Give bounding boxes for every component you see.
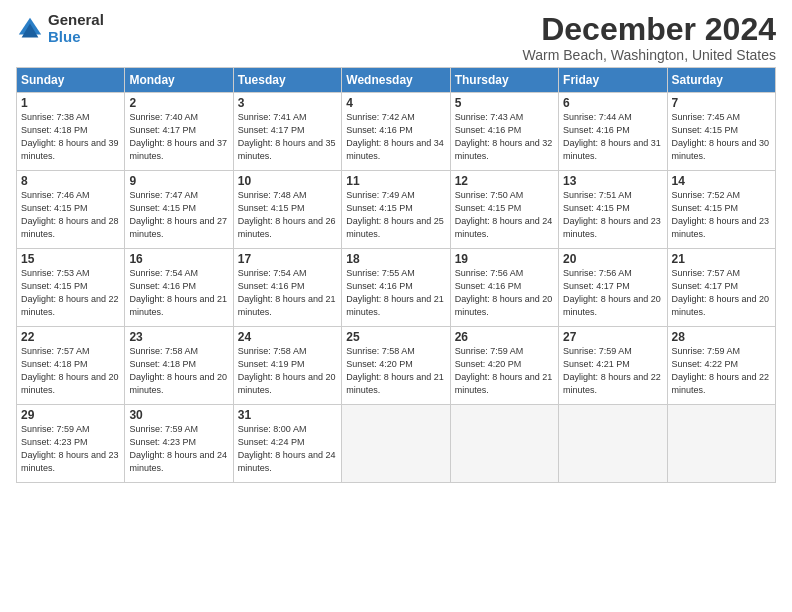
table-row xyxy=(450,405,558,483)
table-row: 1Sunrise: 7:38 AMSunset: 4:18 PMDaylight… xyxy=(17,93,125,171)
title-block: December 2024 Warm Beach, Washington, Un… xyxy=(523,12,776,63)
table-row: 23Sunrise: 7:58 AMSunset: 4:18 PMDayligh… xyxy=(125,327,233,405)
table-row xyxy=(667,405,775,483)
day-info: Sunrise: 7:59 AMSunset: 4:23 PMDaylight:… xyxy=(129,423,228,475)
table-row: 15Sunrise: 7:53 AMSunset: 4:15 PMDayligh… xyxy=(17,249,125,327)
logo-icon xyxy=(16,15,44,43)
day-number: 13 xyxy=(563,174,662,188)
day-info: Sunrise: 7:58 AMSunset: 4:18 PMDaylight:… xyxy=(129,345,228,397)
day-info: Sunrise: 7:58 AMSunset: 4:20 PMDaylight:… xyxy=(346,345,445,397)
day-info: Sunrise: 7:56 AMSunset: 4:16 PMDaylight:… xyxy=(455,267,554,319)
table-row: 27Sunrise: 7:59 AMSunset: 4:21 PMDayligh… xyxy=(559,327,667,405)
calendar-title: December 2024 xyxy=(523,12,776,47)
table-row: 3Sunrise: 7:41 AMSunset: 4:17 PMDaylight… xyxy=(233,93,341,171)
day-info: Sunrise: 7:58 AMSunset: 4:19 PMDaylight:… xyxy=(238,345,337,397)
day-info: Sunrise: 7:47 AMSunset: 4:15 PMDaylight:… xyxy=(129,189,228,241)
table-row: 21Sunrise: 7:57 AMSunset: 4:17 PMDayligh… xyxy=(667,249,775,327)
table-row: 30Sunrise: 7:59 AMSunset: 4:23 PMDayligh… xyxy=(125,405,233,483)
day-number: 24 xyxy=(238,330,337,344)
day-number: 20 xyxy=(563,252,662,266)
table-row: 6Sunrise: 7:44 AMSunset: 4:16 PMDaylight… xyxy=(559,93,667,171)
table-row: 11Sunrise: 7:49 AMSunset: 4:15 PMDayligh… xyxy=(342,171,450,249)
table-row: 29Sunrise: 7:59 AMSunset: 4:23 PMDayligh… xyxy=(17,405,125,483)
day-info: Sunrise: 7:59 AMSunset: 4:22 PMDaylight:… xyxy=(672,345,771,397)
table-row: 12Sunrise: 7:50 AMSunset: 4:15 PMDayligh… xyxy=(450,171,558,249)
day-info: Sunrise: 7:38 AMSunset: 4:18 PMDaylight:… xyxy=(21,111,120,163)
header-saturday: Saturday xyxy=(667,68,775,93)
day-info: Sunrise: 7:50 AMSunset: 4:15 PMDaylight:… xyxy=(455,189,554,241)
day-number: 14 xyxy=(672,174,771,188)
day-number: 29 xyxy=(21,408,120,422)
day-info: Sunrise: 7:40 AMSunset: 4:17 PMDaylight:… xyxy=(129,111,228,163)
day-info: Sunrise: 7:41 AMSunset: 4:17 PMDaylight:… xyxy=(238,111,337,163)
table-row: 17Sunrise: 7:54 AMSunset: 4:16 PMDayligh… xyxy=(233,249,341,327)
day-info: Sunrise: 7:48 AMSunset: 4:15 PMDaylight:… xyxy=(238,189,337,241)
logo: General Blue xyxy=(16,12,104,45)
day-number: 23 xyxy=(129,330,228,344)
day-number: 27 xyxy=(563,330,662,344)
day-number: 11 xyxy=(346,174,445,188)
day-number: 10 xyxy=(238,174,337,188)
header: General Blue December 2024 Warm Beach, W… xyxy=(16,12,776,63)
day-info: Sunrise: 7:59 AMSunset: 4:21 PMDaylight:… xyxy=(563,345,662,397)
day-number: 17 xyxy=(238,252,337,266)
day-info: Sunrise: 7:55 AMSunset: 4:16 PMDaylight:… xyxy=(346,267,445,319)
day-number: 25 xyxy=(346,330,445,344)
table-row: 9Sunrise: 7:47 AMSunset: 4:15 PMDaylight… xyxy=(125,171,233,249)
table-row: 13Sunrise: 7:51 AMSunset: 4:15 PMDayligh… xyxy=(559,171,667,249)
day-number: 21 xyxy=(672,252,771,266)
day-number: 30 xyxy=(129,408,228,422)
table-row: 20Sunrise: 7:56 AMSunset: 4:17 PMDayligh… xyxy=(559,249,667,327)
day-number: 1 xyxy=(21,96,120,110)
calendar-week-row: 22Sunrise: 7:57 AMSunset: 4:18 PMDayligh… xyxy=(17,327,776,405)
calendar-week-row: 8Sunrise: 7:46 AMSunset: 4:15 PMDaylight… xyxy=(17,171,776,249)
day-number: 19 xyxy=(455,252,554,266)
day-info: Sunrise: 7:42 AMSunset: 4:16 PMDaylight:… xyxy=(346,111,445,163)
day-info: Sunrise: 7:54 AMSunset: 4:16 PMDaylight:… xyxy=(129,267,228,319)
header-sunday: Sunday xyxy=(17,68,125,93)
day-number: 5 xyxy=(455,96,554,110)
day-info: Sunrise: 7:56 AMSunset: 4:17 PMDaylight:… xyxy=(563,267,662,319)
table-row: 26Sunrise: 7:59 AMSunset: 4:20 PMDayligh… xyxy=(450,327,558,405)
table-row: 16Sunrise: 7:54 AMSunset: 4:16 PMDayligh… xyxy=(125,249,233,327)
table-row: 4Sunrise: 7:42 AMSunset: 4:16 PMDaylight… xyxy=(342,93,450,171)
table-row: 7Sunrise: 7:45 AMSunset: 4:15 PMDaylight… xyxy=(667,93,775,171)
header-thursday: Thursday xyxy=(450,68,558,93)
day-info: Sunrise: 7:46 AMSunset: 4:15 PMDaylight:… xyxy=(21,189,120,241)
calendar-container: General Blue December 2024 Warm Beach, W… xyxy=(0,0,792,491)
day-info: Sunrise: 7:59 AMSunset: 4:23 PMDaylight:… xyxy=(21,423,120,475)
header-friday: Friday xyxy=(559,68,667,93)
day-info: Sunrise: 7:52 AMSunset: 4:15 PMDaylight:… xyxy=(672,189,771,241)
day-number: 9 xyxy=(129,174,228,188)
day-info: Sunrise: 7:43 AMSunset: 4:16 PMDaylight:… xyxy=(455,111,554,163)
day-number: 6 xyxy=(563,96,662,110)
logo-general: General xyxy=(48,12,104,29)
day-number: 7 xyxy=(672,96,771,110)
day-number: 16 xyxy=(129,252,228,266)
header-monday: Monday xyxy=(125,68,233,93)
day-number: 8 xyxy=(21,174,120,188)
day-number: 15 xyxy=(21,252,120,266)
table-row: 25Sunrise: 7:58 AMSunset: 4:20 PMDayligh… xyxy=(342,327,450,405)
table-row: 18Sunrise: 7:55 AMSunset: 4:16 PMDayligh… xyxy=(342,249,450,327)
header-wednesday: Wednesday xyxy=(342,68,450,93)
table-row: 22Sunrise: 7:57 AMSunset: 4:18 PMDayligh… xyxy=(17,327,125,405)
day-info: Sunrise: 7:51 AMSunset: 4:15 PMDaylight:… xyxy=(563,189,662,241)
day-info: Sunrise: 7:45 AMSunset: 4:15 PMDaylight:… xyxy=(672,111,771,163)
day-number: 2 xyxy=(129,96,228,110)
table-row: 10Sunrise: 7:48 AMSunset: 4:15 PMDayligh… xyxy=(233,171,341,249)
calendar-subtitle: Warm Beach, Washington, United States xyxy=(523,47,776,63)
table-row: 28Sunrise: 7:59 AMSunset: 4:22 PMDayligh… xyxy=(667,327,775,405)
calendar-week-row: 29Sunrise: 7:59 AMSunset: 4:23 PMDayligh… xyxy=(17,405,776,483)
day-info: Sunrise: 7:44 AMSunset: 4:16 PMDaylight:… xyxy=(563,111,662,163)
table-row: 31Sunrise: 8:00 AMSunset: 4:24 PMDayligh… xyxy=(233,405,341,483)
day-info: Sunrise: 7:57 AMSunset: 4:17 PMDaylight:… xyxy=(672,267,771,319)
day-number: 18 xyxy=(346,252,445,266)
logo-text: General Blue xyxy=(48,12,104,45)
table-row: 24Sunrise: 7:58 AMSunset: 4:19 PMDayligh… xyxy=(233,327,341,405)
day-info: Sunrise: 7:57 AMSunset: 4:18 PMDaylight:… xyxy=(21,345,120,397)
day-number: 31 xyxy=(238,408,337,422)
table-row: 14Sunrise: 7:52 AMSunset: 4:15 PMDayligh… xyxy=(667,171,775,249)
calendar-table: Sunday Monday Tuesday Wednesday Thursday… xyxy=(16,67,776,483)
day-info: Sunrise: 7:53 AMSunset: 4:15 PMDaylight:… xyxy=(21,267,120,319)
